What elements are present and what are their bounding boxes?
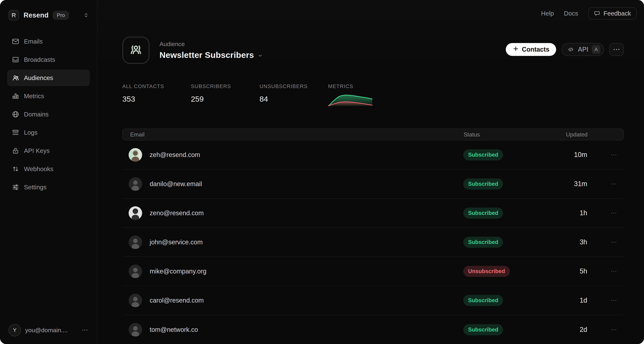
chevron-down-icon xyxy=(258,53,263,58)
column-header-email: Email xyxy=(123,131,464,138)
stat-value: 353 xyxy=(122,95,191,104)
ellipsis-icon xyxy=(612,46,620,54)
resend-logo-icon: R xyxy=(8,10,19,20)
page-title: Newsletter Subscribers xyxy=(160,50,254,60)
metrics-sparkline-chart xyxy=(328,92,397,108)
sidebar-item-label: Logs xyxy=(24,129,38,136)
table-row[interactable]: zeh@resend.com Subscribed 10m xyxy=(122,140,624,170)
status-cell: Subscribed xyxy=(463,178,544,190)
stat-label: UNSUBSCRIBERS xyxy=(260,84,328,89)
logs-icon xyxy=(12,128,20,137)
header-text: Audience Newsletter Subscribers xyxy=(160,40,263,60)
user-account[interactable]: Y you@domain.... xyxy=(7,323,90,337)
ellipsis-icon xyxy=(610,268,617,275)
stat-label: ALL CONTACTS xyxy=(122,84,191,89)
ellipsis-icon xyxy=(610,297,617,304)
sidebar-item-label: API Keys xyxy=(24,147,50,154)
ellipsis-icon xyxy=(610,152,617,158)
status-badge: Subscribed xyxy=(463,237,503,248)
sidebar-item-audiences[interactable]: Audiences xyxy=(7,70,90,86)
audience-switcher[interactable]: Newsletter Subscribers xyxy=(160,50,263,60)
ellipsis-icon xyxy=(610,326,617,333)
feedback-button[interactable]: Feedback xyxy=(588,7,637,20)
ellipsis-icon xyxy=(610,210,617,216)
row-menu-button[interactable] xyxy=(610,210,617,216)
top-navigation: Help Docs Feedback xyxy=(541,7,637,20)
contact-email: danilo@new.email xyxy=(150,180,202,188)
sidebar-item-webhooks[interactable]: Webhooks xyxy=(7,161,90,177)
speech-bubble-icon xyxy=(594,10,600,16)
row-menu-button[interactable] xyxy=(610,239,617,246)
header-more-button[interactable] xyxy=(609,43,624,56)
sidebar-item-label: Audiences xyxy=(24,74,53,82)
stats-row: ALL CONTACTS 353 SUBSCRIBERS 259 UNSUBSC… xyxy=(122,84,624,108)
sliders-icon xyxy=(12,183,20,191)
table-row[interactable]: tom@network.co Subscribed 2d xyxy=(122,315,624,344)
feedback-label: Feedback xyxy=(604,10,631,17)
user-email: you@domain.... xyxy=(25,327,68,334)
contact-avatar xyxy=(128,264,142,278)
header-eyebrow: Audience xyxy=(160,40,263,48)
stat-label: METRICS xyxy=(328,84,397,89)
row-menu-button[interactable] xyxy=(610,180,617,187)
help-link[interactable]: Help xyxy=(541,10,554,17)
row-menu-button[interactable] xyxy=(610,297,617,304)
status-badge: Subscribed xyxy=(463,178,503,190)
sidebar-item-label: Settings xyxy=(24,184,46,191)
table-row[interactable]: mike@company.org Unsubscribed 5h xyxy=(122,257,624,286)
row-menu-cell xyxy=(587,326,623,333)
stat-value: 84 xyxy=(260,95,328,104)
page-header: Audience Newsletter Subscribers Contacts… xyxy=(122,36,624,64)
row-menu-cell xyxy=(587,239,623,246)
stat-label: SUBSCRIBERS xyxy=(191,84,260,89)
broadcast-icon xyxy=(12,56,20,64)
sidebar-item-broadcasts[interactable]: Broadcasts xyxy=(7,52,90,68)
docs-link[interactable]: Docs xyxy=(564,10,578,17)
sidebar-item-settings[interactable]: Settings xyxy=(7,179,90,196)
stat-unsubscribers: UNSUBSCRIBERS 84 xyxy=(260,84,328,108)
workspace-switcher[interactable]: R Resend Pro xyxy=(7,7,90,23)
table-row[interactable]: john@service.com Subscribed 3h xyxy=(122,228,624,257)
add-contacts-button[interactable]: Contacts xyxy=(506,43,556,56)
row-menu-cell xyxy=(587,268,623,275)
code-icon xyxy=(567,46,574,53)
sidebar-item-domains[interactable]: Domains xyxy=(7,106,90,122)
column-header-status: Status xyxy=(464,131,544,138)
bar-chart-icon xyxy=(12,92,20,100)
user-menu-button[interactable] xyxy=(81,326,88,334)
sidebar-item-logs[interactable]: Logs xyxy=(7,124,90,141)
row-menu-cell xyxy=(587,152,623,158)
updated-cell: 2d xyxy=(544,326,587,334)
contact-email: mike@company.org xyxy=(150,268,206,275)
sidebar-item-emails[interactable]: Emails xyxy=(7,33,90,50)
contact-avatar xyxy=(128,323,142,336)
sidebar-item-api-keys[interactable]: API Keys xyxy=(7,142,90,159)
email-cell: john@service.com xyxy=(122,236,463,249)
api-label: API xyxy=(578,46,588,53)
status-badge: Subscribed xyxy=(463,324,503,335)
status-badge: Subscribed xyxy=(463,208,503,218)
status-cell: Subscribed xyxy=(463,208,544,218)
row-menu-button[interactable] xyxy=(610,326,617,333)
sidebar-item-metrics[interactable]: Metrics xyxy=(7,88,90,104)
column-header-updated: Updated xyxy=(544,131,588,138)
table-row[interactable]: zeno@resend.com Subscribed 1h xyxy=(122,198,624,228)
ellipsis-icon xyxy=(610,180,617,187)
contact-email: zeh@resend.com xyxy=(150,151,200,158)
mail-icon xyxy=(12,37,20,46)
table-row[interactable]: danilo@new.email Subscribed 31m xyxy=(122,170,624,198)
api-button[interactable]: API A xyxy=(562,43,604,56)
row-menu-button[interactable] xyxy=(610,152,617,158)
updated-cell: 1h xyxy=(544,209,587,217)
table-row[interactable]: carol@resend.com Subscribed 1d xyxy=(122,286,624,315)
keyboard-shortcut-badge: A xyxy=(592,45,600,54)
status-badge: Unsubscribed xyxy=(463,266,510,277)
row-menu-cell xyxy=(587,180,623,187)
updated-cell: 1d xyxy=(544,296,587,304)
sidebar-nav: Emails Broadcasts Audiences Metrics Doma… xyxy=(7,33,90,196)
sidebar-item-label: Broadcasts xyxy=(24,56,55,63)
chevron-updown-icon xyxy=(83,12,89,18)
row-menu-button[interactable] xyxy=(610,268,617,275)
contact-avatar xyxy=(128,236,142,249)
sidebar: R Resend Pro Emails Broadcasts Audiences xyxy=(0,0,97,344)
